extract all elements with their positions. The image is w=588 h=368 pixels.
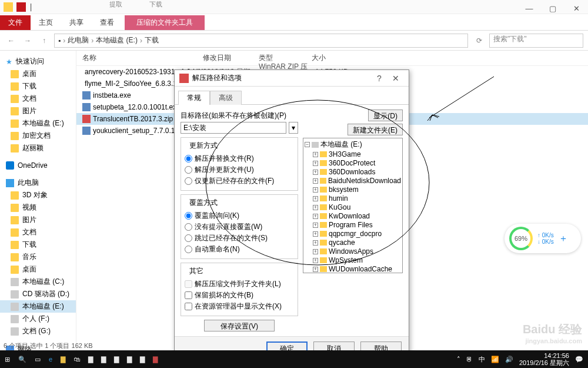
option[interactable]: 保留损坏的文件(B): [185, 290, 294, 301]
save-settings-button[interactable]: 保存设置(V): [204, 320, 275, 331]
tree-node[interactable]: +bksystem: [313, 185, 401, 194]
tray-chevron[interactable]: ˄: [457, 356, 460, 363]
tree-node[interactable]: +3H3Game: [313, 150, 401, 159]
sidebar-item[interactable]: 文档: [0, 226, 76, 238]
app-icon: [16, 2, 26, 12]
crumb-drive[interactable]: 本地磁盘 (E:): [96, 35, 138, 45]
ribbon-view[interactable]: 查看: [92, 15, 122, 30]
tab-advanced[interactable]: 高级: [210, 91, 242, 105]
ribbon-share[interactable]: 共享: [61, 15, 92, 30]
dialog-close-button[interactable]: ✕: [387, 74, 404, 83]
column-headers[interactable]: 名称修改日期类型大小: [76, 51, 588, 66]
tab-general[interactable]: 常规: [178, 91, 210, 105]
sidebar-onedrive[interactable]: OneDrive: [0, 159, 76, 171]
sidebar-pc[interactable]: 此电脑: [0, 175, 76, 189]
maximize-button[interactable]: ▢: [541, 4, 564, 13]
refresh-button[interactable]: ⟳: [473, 34, 486, 47]
sidebar-item[interactable]: 个人 (F:): [0, 313, 76, 325]
show-button[interactable]: 显示(D): [368, 110, 403, 121]
app-icon[interactable]: ▇: [114, 356, 119, 363]
sidebar-item[interactable]: 下载: [0, 238, 76, 251]
sidebar-item[interactable]: 本地磁盘 (C:): [0, 276, 76, 288]
sidebar-item[interactable]: 音乐: [0, 251, 76, 263]
sidebar-item[interactable]: 桌面: [0, 68, 76, 80]
sidebar-item[interactable]: 赵丽颖: [0, 142, 76, 154]
taskview-icon[interactable]: ▭: [35, 356, 41, 363]
perf-plus-icon[interactable]: ＋: [559, 233, 568, 245]
dest-path-input[interactable]: [181, 122, 286, 134]
sidebar-item[interactable]: 3D 对象: [0, 189, 76, 201]
up-button[interactable]: ↑: [38, 34, 51, 47]
search-icon[interactable]: 🔍: [18, 356, 26, 363]
crumb-pc[interactable]: 此电脑: [68, 35, 89, 45]
taskbar[interactable]: ⊞ 🔍 ▭ e ▇ 🛍 ▇ ▇ ▇ ▇ ▇ ▇ ˄ ⛨ 中 📶 🔊 14:21:…: [0, 350, 588, 368]
tree-node[interactable]: +WpSystem: [313, 256, 401, 265]
tree-node[interactable]: +Program Files: [313, 221, 401, 230]
app-icon[interactable]: ▇: [88, 356, 93, 363]
sidebar-item[interactable]: CD 驱动器 (D:): [0, 288, 76, 300]
sidebar-item[interactable]: 本地磁盘 (E:): [0, 300, 76, 313]
close-button[interactable]: ✕: [564, 4, 588, 13]
winrar-task-icon[interactable]: ▇: [153, 356, 158, 363]
crumb-folder[interactable]: 下载: [145, 35, 159, 45]
app-icon[interactable]: ▇: [140, 356, 145, 363]
tree-node[interactable]: +qycache: [313, 238, 401, 247]
net-up: 0K/s: [542, 232, 554, 238]
option[interactable]: 仅更新已经存在的文件(F): [185, 175, 294, 187]
sidebar-item[interactable]: 视频: [0, 201, 76, 214]
option[interactable]: 自动重命名(N): [185, 244, 294, 255]
app-icon[interactable]: ▇: [101, 356, 106, 363]
tree-node[interactable]: +360Downloads: [313, 168, 401, 177]
dest-dropdown[interactable]: ▾: [289, 122, 298, 134]
option[interactable]: 覆盖前询问(K): [185, 210, 294, 221]
search-input[interactable]: 搜索"下载": [489, 34, 583, 48]
tree-node[interactable]: +humin: [313, 194, 401, 203]
notifications-icon[interactable]: 💬: [575, 356, 583, 363]
sidebar-item[interactable]: 桌面: [0, 263, 76, 276]
sidebar-item[interactable]: 图片: [0, 105, 76, 117]
ribbon-context-tab[interactable]: 压缩的文件夹工具: [125, 15, 205, 30]
dialog-help-button[interactable]: ?: [371, 74, 387, 83]
forward-button[interactable]: →: [21, 34, 34, 47]
breadcrumb[interactable]: ▪› 此电脑› 本地磁盘 (E:)› 下载: [54, 34, 468, 48]
folder-tree[interactable]: −本地磁盘 (E:) +3H3Game+360DocProtect+360Dow…: [303, 138, 403, 273]
clock[interactable]: 14:21:562019/2/16 星期六: [519, 352, 569, 366]
dialog-title: 解压路径和选项: [192, 73, 371, 83]
app-icon[interactable]: ▇: [127, 356, 132, 363]
explorer-icon[interactable]: ▇: [61, 356, 65, 363]
tree-node[interactable]: +360DocProtect: [313, 159, 401, 168]
sidebar-item[interactable]: 加密文档: [0, 130, 76, 142]
ime-indicator[interactable]: 中: [479, 355, 485, 364]
back-button[interactable]: ←: [5, 34, 18, 47]
option[interactable]: 跳过已经存在的文件(S): [185, 233, 294, 244]
tree-node[interactable]: +WUDownloadCache: [313, 265, 401, 273]
tree-node[interactable]: +WindowsApps: [313, 247, 401, 256]
ribbon-home[interactable]: 主页: [31, 15, 61, 30]
volume-icon[interactable]: 🔊: [505, 356, 513, 363]
ribbon-file[interactable]: 文件: [0, 15, 31, 30]
option[interactable]: 解压压缩文件到子文件夹(L): [185, 279, 294, 290]
start-button[interactable]: ⊞: [5, 356, 10, 363]
sidebar-quick[interactable]: ★快速访问: [0, 54, 76, 68]
tree-node[interactable]: +KuGou: [313, 203, 401, 212]
sidebar-item[interactable]: 图片: [0, 214, 76, 226]
minimize-button[interactable]: —: [517, 4, 541, 13]
network-icon[interactable]: 📶: [491, 356, 499, 363]
perf-widget[interactable]: 69% ↑ 0K/s ↓ 0K/s ＋: [505, 224, 581, 253]
winrar-icon: [179, 74, 189, 83]
new-folder-button[interactable]: 新建文件夹(E): [348, 124, 403, 135]
option[interactable]: 没有提示直接覆盖(W): [185, 221, 294, 233]
option[interactable]: 解压并替换文件(R): [185, 153, 294, 164]
tray-icon[interactable]: ⛨: [466, 356, 473, 363]
option[interactable]: 解压并更新文件(U): [185, 164, 294, 175]
sidebar-item[interactable]: 文档: [0, 92, 76, 105]
sidebar-item[interactable]: 文档 (G:): [0, 325, 76, 337]
tree-node[interactable]: +KwDownload: [313, 212, 401, 221]
edge-icon[interactable]: e: [49, 356, 52, 363]
store-icon[interactable]: 🛍: [74, 356, 80, 363]
tree-node[interactable]: +BaiduNetdiskDownload: [313, 177, 401, 185]
tree-node[interactable]: +qqpcmgr_docpro: [313, 230, 401, 238]
option[interactable]: 在资源管理器中显示文件(X): [185, 301, 294, 312]
sidebar-item[interactable]: 下载: [0, 80, 76, 92]
sidebar-item[interactable]: 本地磁盘 (E:): [0, 117, 76, 130]
